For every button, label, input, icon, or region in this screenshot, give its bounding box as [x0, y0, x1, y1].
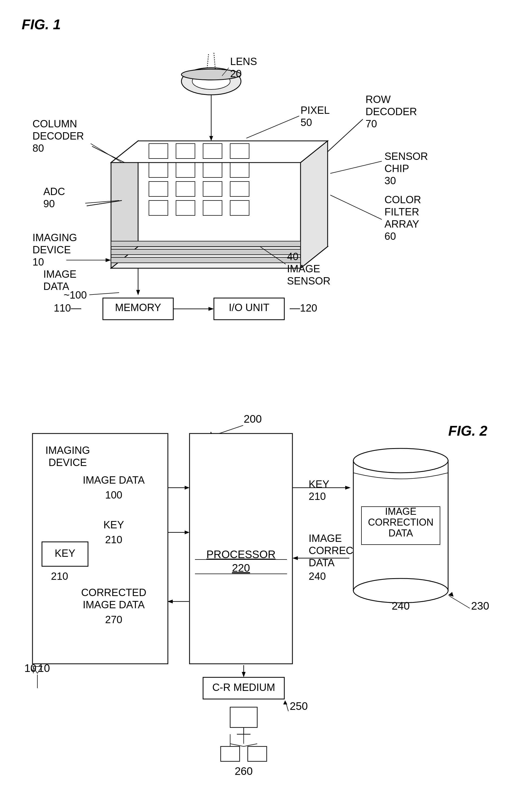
- svg-rect-12: [149, 181, 168, 196]
- svg-text:240: 240: [392, 600, 410, 612]
- svg-text:DEVICE: DEVICE: [32, 244, 71, 255]
- svg-text:250: 250: [290, 700, 308, 712]
- svg-text:210: 210: [309, 491, 326, 502]
- svg-rect-16: [149, 201, 168, 216]
- svg-marker-29: [209, 136, 213, 141]
- database-cylinder: IMAGE CORRECTION DATA IMAGE CORRECTION D…: [353, 448, 489, 612]
- svg-rect-10: [203, 163, 222, 177]
- svg-text:FILTER: FILTER: [385, 206, 419, 218]
- svg-text:~100: ~100: [64, 289, 87, 301]
- fig1-container: FIG. 1: [16, 11, 509, 377]
- svg-text:IMAGE DATA: IMAGE DATA: [83, 599, 145, 610]
- svg-text:IMAGE: IMAGE: [43, 268, 76, 280]
- svg-text:230: 230: [471, 600, 489, 612]
- svg-rect-13: [176, 181, 195, 196]
- svg-text:10: 10: [24, 662, 36, 674]
- svg-marker-74: [106, 258, 111, 262]
- svg-text:MEMORY: MEMORY: [115, 302, 161, 313]
- svg-text:10: 10: [32, 256, 44, 268]
- svg-line-78: [89, 293, 119, 295]
- svg-text:260: 260: [235, 765, 253, 777]
- svg-text:KEY: KEY: [309, 478, 329, 490]
- svg-line-147: [244, 744, 257, 747]
- svg-text:80: 80: [32, 143, 44, 154]
- svg-rect-22: [111, 257, 301, 263]
- svg-marker-139: [242, 672, 245, 677]
- svg-line-146: [230, 744, 244, 747]
- svg-text:ADC: ADC: [43, 186, 65, 197]
- svg-marker-120: [292, 556, 298, 560]
- svg-line-27: [214, 53, 215, 69]
- svg-text:220: 220: [232, 562, 250, 574]
- svg-point-123: [353, 448, 448, 473]
- svg-line-30: [328, 119, 363, 152]
- svg-text:DECODER: DECODER: [32, 130, 84, 142]
- svg-line-62: [91, 144, 122, 163]
- page: FIG. 1: [0, 0, 525, 812]
- svg-text:ARRAY: ARRAY: [385, 218, 419, 230]
- svg-text:IMAGE: IMAGE: [287, 263, 320, 275]
- fig1-drawing: MEMORY I/O UNIT LENS 20 ROW DECODER 70 S…: [16, 11, 509, 377]
- svg-text:KEY: KEY: [55, 548, 75, 559]
- svg-text:I/O UNIT: I/O UNIT: [229, 302, 269, 313]
- svg-marker-105: [185, 531, 190, 534]
- svg-text:10: 10: [38, 662, 50, 674]
- svg-text:CORRECTED: CORRECTED: [81, 587, 147, 598]
- svg-text:C-R MEDIUM: C-R MEDIUM: [212, 682, 275, 693]
- svg-marker-101: [185, 486, 190, 490]
- svg-text:—120: —120: [290, 302, 317, 314]
- svg-text:110—: 110—: [54, 302, 81, 314]
- svg-text:DATA: DATA: [309, 557, 335, 569]
- svg-text:IMAGING: IMAGING: [45, 445, 90, 456]
- svg-text:SENSOR: SENSOR: [385, 151, 428, 162]
- svg-marker-34: [136, 290, 140, 295]
- svg-text:PROCESSOR: PROCESSOR: [206, 548, 276, 560]
- svg-marker-2: [301, 141, 328, 268]
- svg-rect-143: [221, 747, 240, 761]
- svg-rect-11: [230, 163, 249, 177]
- svg-text:PIXEL: PIXEL: [301, 105, 330, 116]
- svg-text:200: 200: [244, 413, 262, 425]
- fig2-container: FIG. 2 200 IMAGING DEVICE KEY 210 10: [16, 407, 509, 799]
- svg-line-26: [207, 54, 209, 69]
- svg-text:IMAGE DATA: IMAGE DATA: [83, 474, 145, 486]
- svg-text:IMAGE: IMAGE: [385, 506, 417, 517]
- svg-text:DATA: DATA: [389, 528, 413, 538]
- svg-line-134: [449, 596, 470, 608]
- svg-text:LENS: LENS: [230, 56, 257, 67]
- svg-text:70: 70: [365, 118, 377, 130]
- svg-rect-9: [176, 163, 195, 177]
- svg-text:20: 20: [230, 68, 241, 79]
- cr-medium-icon: [221, 707, 267, 761]
- svg-rect-15: [230, 181, 249, 196]
- svg-text:CORRECTION: CORRECTION: [368, 517, 434, 528]
- svg-line-50: [330, 161, 382, 173]
- svg-text:210: 210: [51, 571, 68, 582]
- svg-text:270: 270: [105, 614, 122, 625]
- svg-rect-8: [149, 163, 168, 177]
- svg-text:DEVICE: DEVICE: [48, 457, 87, 468]
- svg-text:ROW: ROW: [365, 94, 391, 105]
- svg-text:DECODER: DECODER: [365, 106, 417, 117]
- svg-text:240: 240: [309, 571, 326, 582]
- svg-text:CHIP: CHIP: [385, 163, 409, 174]
- svg-rect-14: [203, 181, 222, 196]
- svg-text:COLUMN: COLUMN: [32, 118, 77, 130]
- svg-rect-17: [176, 201, 195, 216]
- svg-rect-21: [111, 249, 301, 255]
- svg-rect-18: [203, 201, 222, 216]
- svg-rect-140: [230, 707, 257, 727]
- svg-text:210: 210: [105, 534, 122, 545]
- svg-marker-38: [209, 307, 214, 311]
- svg-text:30: 30: [385, 175, 396, 187]
- svg-marker-114: [345, 486, 351, 490]
- svg-rect-20: [111, 241, 301, 247]
- fig2-drawing: 200 IMAGING DEVICE KEY 210 10 PROCESSOR …: [16, 407, 509, 799]
- svg-marker-3: [111, 141, 328, 163]
- svg-marker-152: [283, 700, 287, 705]
- svg-text:50: 50: [301, 117, 312, 128]
- svg-text:IMAGE: IMAGE: [309, 533, 342, 544]
- svg-text:KEY: KEY: [103, 519, 124, 531]
- svg-text:90: 90: [43, 198, 55, 209]
- svg-point-124: [353, 578, 448, 603]
